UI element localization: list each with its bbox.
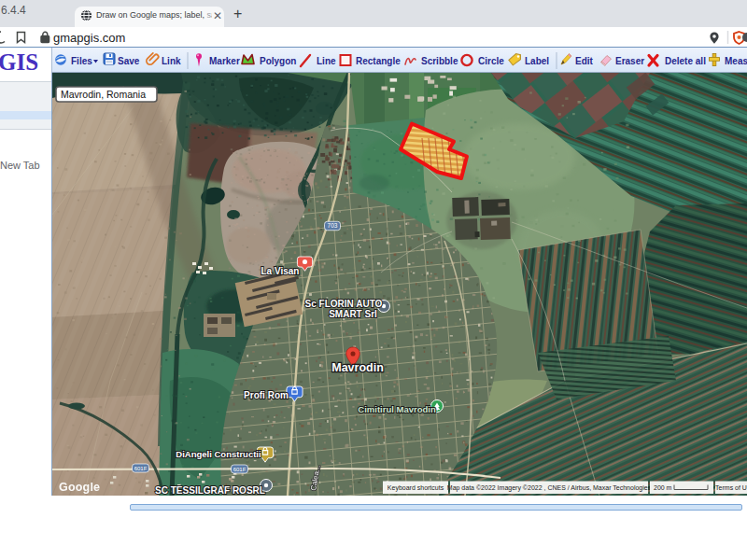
svg-text:601F: 601F: [233, 467, 247, 472]
svg-text:200 m: 200 m: [654, 484, 672, 491]
svg-text:DiAngeli Constructii: DiAngeli Constructii: [176, 449, 261, 459]
svg-text:SC TESSILGRAF ROSRL: SC TESSILGRAF ROSRL: [155, 485, 265, 496]
svg-text:Google: Google: [59, 481, 100, 494]
svg-text:703: 703: [328, 222, 338, 229]
svg-text:Mavrodin: Mavrodin: [331, 361, 384, 374]
svg-text:Map data ©2022 Imagery ©2022 ,: Map data ©2022 Imagery ©2022 , CNES / Ai…: [447, 484, 652, 492]
svg-text:Terms of U: Terms of U: [715, 484, 747, 491]
svg-text:601F: 601F: [134, 466, 148, 471]
svg-text:La Visan: La Visan: [261, 266, 300, 276]
svg-text:Keyboard shortcuts: Keyboard shortcuts: [388, 484, 444, 492]
svg-text:SMART Srl: SMART Srl: [329, 309, 377, 319]
svg-text:Cimitirul Mavrodin: Cimitirul Mavrodin: [358, 404, 436, 414]
svg-text:Sc FLORIN AUTO: Sc FLORIN AUTO: [305, 299, 383, 309]
svg-text:Mavrodin, Romania: Mavrodin, Romania: [61, 89, 146, 100]
svg-text:Profi Rom: Profi Rom: [244, 390, 289, 400]
